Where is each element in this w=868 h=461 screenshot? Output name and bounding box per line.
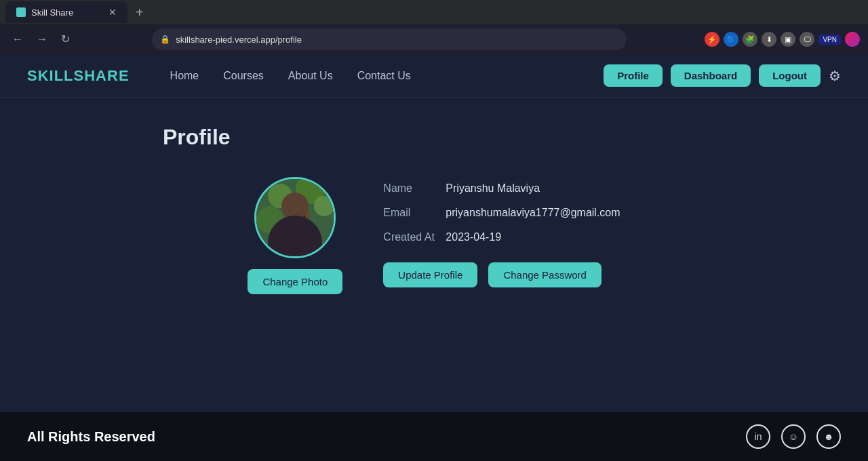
logo: SkillShare — [27, 67, 130, 85]
svg-rect-7 — [298, 213, 305, 218]
change-photo-button[interactable]: Change Photo — [248, 269, 342, 294]
footer-icon-social2[interactable]: ☻ — [816, 424, 841, 449]
active-tab[interactable]: Skill Share ✕ — [5, 1, 127, 23]
tab-favicon — [16, 7, 26, 17]
ext-icon-download[interactable]: ⬇ — [762, 32, 776, 47]
logout-button[interactable]: Logout — [759, 64, 821, 87]
vpn-indicator[interactable]: VPN — [818, 35, 841, 45]
page-title: Profile — [163, 125, 231, 150]
logo-suffix: Share — [74, 67, 130, 84]
created-value: 2023-04-19 — [446, 231, 501, 243]
name-row: Name Priyanshu Malaviya — [383, 182, 620, 195]
nav-actions: Profile Dashboard Logout ⚙ — [604, 64, 841, 87]
name-value: Priyanshu Malaviya — [446, 182, 540, 195]
action-buttons: Update Profile Change Password — [383, 262, 620, 287]
svg-point-5 — [285, 202, 309, 226]
url-text: skillshare-pied.vercel.app/profile — [176, 35, 618, 45]
browser-extensions: ⚡ 🔵 🧩 ⬇ ▣ 🖵 VPN — [705, 32, 860, 47]
browser-avatar[interactable] — [845, 32, 860, 47]
settings-icon[interactable]: ⚙ — [829, 68, 841, 84]
svg-rect-6 — [289, 213, 296, 218]
browser-nav-bar: ← → ↻ 🔒 skillshare-pied.vercel.app/profi… — [0, 24, 868, 54]
ext-icon-1[interactable]: ⚡ — [705, 32, 719, 47]
address-bar[interactable]: 🔒 skillshare-pied.vercel.app/profile — [152, 28, 627, 50]
footer-text: All Rights Reserved — [27, 429, 155, 445]
email-label: Email — [383, 207, 437, 219]
dashboard-button[interactable]: Dashboard — [671, 64, 751, 87]
avatar-svg — [256, 179, 336, 258]
profile-button[interactable]: Profile — [604, 64, 663, 87]
tab-bar: Skill Share ✕ + — [0, 0, 868, 24]
browser-chrome: Skill Share ✕ + ← → ↻ 🔒 skillshare-pied.… — [0, 0, 868, 54]
logo-prefix: Skill — [27, 67, 74, 84]
back-button[interactable]: ← — [8, 31, 27, 47]
refresh-button[interactable]: ↻ — [57, 31, 74, 47]
nav-contact[interactable]: Contact Us — [357, 70, 411, 82]
nav-about[interactable]: About Us — [288, 70, 333, 82]
svg-point-4 — [256, 206, 283, 233]
footer-icon-social1[interactable]: ☺ — [781, 424, 806, 449]
email-value: priyanshumalaviya1777@gmail.com — [446, 207, 620, 219]
tab-close-btn[interactable]: ✕ — [108, 7, 117, 18]
app-navbar: SkillShare Home Courses About Us Contact… — [0, 54, 868, 98]
footer-icon-linkedin[interactable]: in — [746, 424, 770, 449]
nav-links: Home Courses About Us Contact Us — [170, 70, 604, 82]
ext-icon-screen[interactable]: 🖵 — [800, 32, 814, 47]
svg-point-1 — [268, 184, 292, 208]
created-label: Created At — [383, 231, 437, 243]
nav-courses[interactable]: Courses — [223, 70, 264, 82]
lock-icon: 🔒 — [160, 35, 170, 44]
change-password-button[interactable]: Change Password — [488, 262, 601, 287]
avatar-section: Change Photo — [248, 177, 342, 294]
svg-point-3 — [314, 196, 334, 216]
email-row: Email priyanshumalaviya1777@gmail.com — [383, 207, 620, 219]
main-content: Profile — [0, 98, 868, 412]
nav-home[interactable]: Home — [170, 70, 199, 82]
footer: All Rights Reserved in ☺ ☻ — [0, 412, 868, 461]
tab-title: Skill Share — [31, 7, 73, 18]
profile-card: Change Photo Name Priyanshu Malaviya Ema… — [248, 177, 620, 294]
avatar-person — [256, 179, 334, 256]
ext-icon-window[interactable]: ▣ — [781, 32, 795, 47]
created-row: Created At 2023-04-19 — [383, 231, 620, 243]
name-label: Name — [383, 182, 437, 195]
ext-icon-2[interactable]: 🔵 — [724, 32, 738, 47]
new-tab-button[interactable]: + — [130, 5, 149, 20]
info-section: Name Priyanshu Malaviya Email priyanshum… — [383, 177, 620, 287]
ext-icon-puzzle[interactable]: 🧩 — [743, 32, 757, 47]
forward-button[interactable]: → — [33, 31, 52, 47]
avatar — [254, 177, 336, 258]
footer-icons: in ☺ ☻ — [746, 424, 841, 449]
update-profile-button[interactable]: Update Profile — [383, 262, 477, 287]
app-wrapper: SkillShare Home Courses About Us Contact… — [0, 54, 868, 461]
